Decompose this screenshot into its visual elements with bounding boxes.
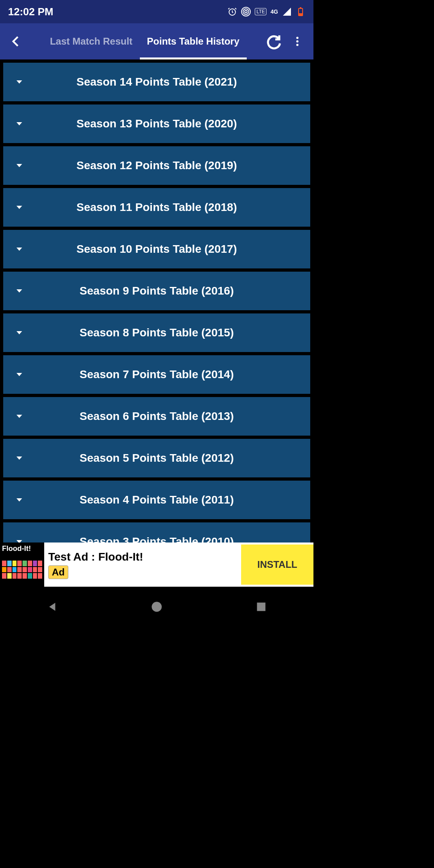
season-label: Season 13 Points Table (2020)	[27, 117, 302, 130]
season-item[interactable]: Season 4 Points Table (2011)	[3, 481, 310, 519]
chevron-left-icon	[9, 35, 23, 48]
nav-home-button[interactable]	[137, 595, 177, 619]
svg-point-2	[243, 9, 249, 14]
ad-banner[interactable]: Flood-It! Test Ad : Flood-It! Ad INSTALL	[0, 542, 313, 587]
tabs: Last Match Result Points Table History	[28, 23, 261, 59]
ad-badge: Ad	[48, 565, 68, 579]
season-label: Season 4 Points Table (2011)	[27, 493, 302, 506]
volte-icon: LTE	[255, 8, 266, 15]
season-label: Season 7 Points Table (2014)	[27, 368, 302, 381]
season-item[interactable]: Season 12 Points Table (2019)	[3, 146, 310, 185]
season-item[interactable]: Season 3 Points Table (2010)	[3, 522, 310, 542]
chevron-down-icon	[11, 537, 27, 542]
season-label: Season 11 Points Table (2018)	[27, 201, 302, 214]
nav-back-icon	[46, 601, 58, 613]
svg-point-6	[296, 37, 299, 39]
back-button[interactable]	[4, 23, 28, 59]
season-item[interactable]: Season 10 Points Table (2017)	[3, 230, 310, 268]
chevron-down-icon	[11, 411, 27, 421]
season-item[interactable]: Season 5 Points Table (2012)	[3, 439, 310, 477]
refresh-button[interactable]	[261, 23, 285, 59]
nav-recent-button[interactable]	[241, 595, 281, 619]
season-label: Season 6 Points Table (2013)	[27, 410, 302, 423]
season-label: Season 12 Points Table (2019)	[27, 159, 302, 172]
chevron-down-icon	[11, 328, 27, 338]
chevron-down-icon	[11, 119, 27, 129]
nav-home-icon	[151, 601, 163, 613]
season-item[interactable]: Season 14 Points Table (2021)	[3, 63, 310, 101]
hotspot-icon	[241, 7, 251, 16]
alarm-icon	[227, 7, 237, 16]
season-item[interactable]: Season 7 Points Table (2014)	[3, 355, 310, 394]
status-time: 12:02 PM	[8, 6, 53, 18]
nav-back-button[interactable]	[32, 595, 72, 619]
season-item[interactable]: Season 9 Points Table (2016)	[3, 272, 310, 310]
season-label: Season 3 Points Table (2010)	[27, 535, 302, 542]
more-vert-icon	[291, 35, 303, 47]
chevron-down-icon	[11, 203, 27, 212]
signal-icon	[282, 7, 292, 16]
svg-point-9	[152, 602, 162, 612]
tab-label: Points Table History	[147, 36, 240, 47]
svg-point-7	[296, 40, 299, 43]
season-item[interactable]: Season 13 Points Table (2020)	[3, 104, 310, 143]
chevron-down-icon	[11, 244, 27, 254]
tab-points-table-history[interactable]: Points Table History	[140, 23, 247, 59]
status-bar: 12:02 PM LTE 4G	[0, 0, 313, 23]
svg-rect-5	[299, 14, 302, 15]
season-item[interactable]: Season 8 Points Table (2015)	[3, 313, 310, 352]
chevron-down-icon	[11, 161, 27, 170]
nav-recent-icon	[256, 601, 267, 612]
install-label: INSTALL	[257, 559, 297, 570]
chevron-down-icon	[11, 77, 27, 87]
install-button[interactable]: INSTALL	[241, 545, 313, 585]
tab-label: Last Match Result	[50, 36, 132, 47]
network-label: 4G	[270, 8, 278, 15]
svg-rect-10	[257, 603, 266, 611]
refresh-icon	[265, 33, 281, 49]
tab-last-match-result[interactable]: Last Match Result	[43, 23, 139, 59]
ad-title: Test Ad : Flood-It!	[48, 551, 237, 563]
chevron-down-icon	[11, 286, 27, 296]
chevron-down-icon	[11, 495, 27, 505]
more-button[interactable]	[285, 23, 309, 59]
ad-content: Test Ad : Flood-It! Ad	[44, 551, 241, 579]
ad-icon-text: Flood-It!	[2, 545, 31, 553]
season-label: Season 14 Points Table (2021)	[27, 76, 302, 88]
app-bar: Last Match Result Points Table History	[0, 23, 313, 59]
chevron-down-icon	[11, 370, 27, 379]
ad-app-icon: Flood-It!	[0, 542, 44, 587]
season-item[interactable]: Season 11 Points Table (2018)	[3, 188, 310, 227]
status-icons: LTE 4G	[227, 7, 305, 16]
season-label: Season 8 Points Table (2015)	[27, 326, 302, 339]
chevron-down-icon	[11, 453, 27, 463]
season-item[interactable]: Season 6 Points Table (2013)	[3, 397, 310, 436]
season-label: Season 5 Points Table (2012)	[27, 452, 302, 465]
battery-icon	[296, 7, 305, 16]
system-nav-bar	[0, 587, 313, 627]
season-label: Season 10 Points Table (2017)	[27, 243, 302, 256]
season-label: Season 9 Points Table (2016)	[27, 285, 302, 297]
svg-point-1	[245, 10, 247, 13]
svg-point-8	[296, 44, 299, 46]
content: Season 14 Points Table (2021)Season 13 P…	[0, 59, 313, 542]
